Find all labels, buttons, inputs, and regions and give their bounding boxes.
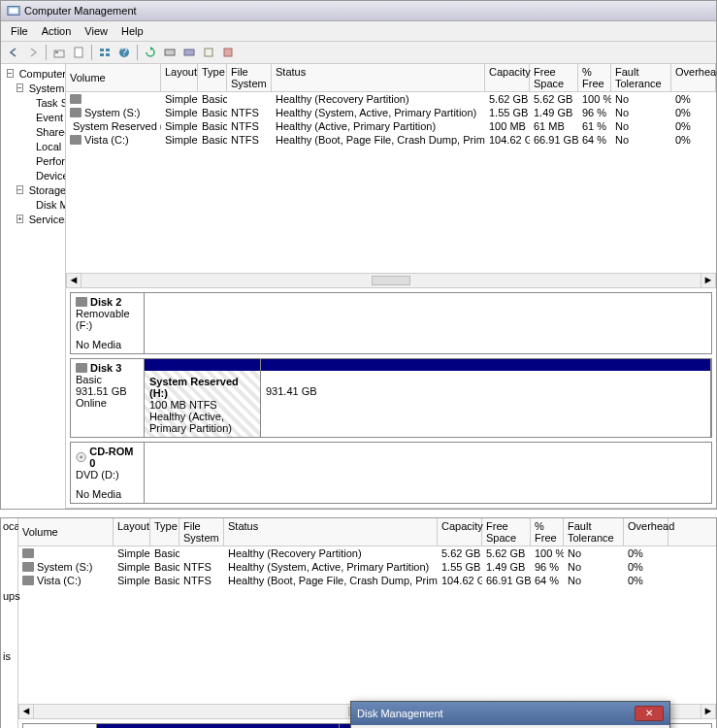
volume-row[interactable]: Vista (C:)SimpleBasicNTFSHealthy (Boot, … — [18, 574, 716, 587]
volume-icon — [70, 108, 81, 117]
volume-list[interactable]: Volume Layout Type File System Status Ca… — [18, 518, 716, 587]
toolbar: ? — [1, 42, 716, 64]
col-type[interactable]: Type — [198, 64, 227, 91]
disk-label: Disk 3 Basic 931.51 GB Online — [71, 359, 145, 437]
col-pctfree[interactable]: % Free — [578, 64, 611, 91]
tool-button-4[interactable] — [219, 44, 237, 61]
scroll-thumb[interactable] — [372, 276, 410, 285]
properties-button[interactable] — [70, 44, 87, 61]
tool-button-2[interactable] — [180, 44, 198, 61]
scroll-left-icon[interactable]: ◄ — [66, 274, 81, 287]
removable-icon — [76, 297, 87, 307]
col-type[interactable]: Type — [150, 518, 179, 546]
svg-rect-8 — [106, 53, 110, 56]
disk-2-block[interactable]: Disk 2 Removable (F:) No Media — [70, 292, 712, 354]
tree-disk-management[interactable]: Disk Management — [3, 197, 63, 212]
partition-system-reserved[interactable]: System Reserved (H:) 100 MB NTFS Healthy… — [145, 359, 261, 437]
volume-row[interactable]: SimpleBasicHealthy (Recovery Partition)5… — [18, 546, 716, 560]
col-fault[interactable]: Fault Tolerance — [611, 64, 671, 91]
svg-rect-4 — [75, 48, 82, 57]
back-button[interactable] — [5, 44, 22, 61]
menu-file[interactable]: File — [5, 23, 34, 39]
col-freespace[interactable]: Free Space — [530, 64, 578, 91]
error-dialog: Disk Management ✕ ✕ The operation failed… — [350, 701, 670, 728]
tree-system-tools[interactable]: −System Tools — [3, 81, 63, 95]
col-status[interactable]: Status — [272, 64, 485, 91]
disk-empty — [145, 443, 711, 503]
volume-list[interactable]: Volume Layout Type File System Status Ca… — [66, 64, 716, 147]
volume-row[interactable]: System Reserved (H:)SimpleBasicNTFSHealt… — [66, 119, 716, 133]
collapse-icon[interactable]: − — [7, 69, 14, 78]
volume-name: System (S:) — [84, 107, 140, 118]
tree-task-scheduler[interactable]: Task Scheduler — [3, 95, 63, 110]
up-button[interactable] — [50, 44, 68, 61]
close-button[interactable]: ✕ — [635, 706, 664, 721]
col-filesystem[interactable]: File System — [227, 64, 272, 91]
scroll-right-icon[interactable]: ► — [701, 274, 716, 287]
col-filesystem[interactable]: File System — [179, 518, 224, 546]
tree-local-users[interactable]: Local Users and Groups — [3, 139, 63, 153]
menu-bar: File Action View Help — [1, 21, 716, 42]
tree-services-apps[interactable]: +Services and Applications — [3, 212, 63, 226]
partition-unallocated[interactable]: 931.41 GB — [261, 359, 711, 437]
partition-recovery[interactable]: 5.62 GB Healthy (Recovery Partition) — [97, 724, 340, 728]
tree-shared-folders[interactable]: Shared Folders — [3, 124, 63, 139]
tree-event-viewer[interactable]: Event Viewer — [3, 110, 63, 124]
menu-help[interactable]: Help — [115, 23, 149, 39]
volume-icon — [22, 548, 34, 558]
volume-name: System (S:) — [37, 561, 92, 573]
col-status[interactable]: Status — [224, 518, 438, 546]
tool-button-1[interactable] — [161, 44, 179, 61]
col-overhead[interactable]: Overhead — [624, 518, 668, 546]
tree-storage[interactable]: −Storage — [3, 182, 63, 197]
col-layout[interactable]: Layout — [161, 64, 198, 91]
tree-performance[interactable]: Performance — [3, 153, 63, 168]
volume-row[interactable]: Vista (C:)SimpleBasicNTFSHealthy (Boot, … — [66, 133, 716, 147]
tool-button-3[interactable] — [200, 44, 217, 61]
disk-3-block[interactable]: Disk 3 Basic 931.51 GB Online System Res… — [70, 358, 712, 438]
dialog-title-bar[interactable]: Disk Management ✕ — [351, 702, 669, 725]
help-button[interactable]: ? — [115, 44, 133, 61]
col-volume[interactable]: Volume — [66, 64, 161, 91]
col-capacity[interactable]: Capacity — [485, 64, 530, 91]
disk-label: CD-ROM 0 DVD (D:) No Media — [71, 443, 145, 503]
collapse-icon[interactable]: − — [16, 185, 23, 194]
scroll-left-icon[interactable]: ◄ — [18, 705, 34, 718]
volume-row[interactable]: System (S:)SimpleBasicNTFSHealthy (Syste… — [18, 560, 716, 574]
nav-tree[interactable]: −Computer Management (Local −System Tool… — [1, 64, 66, 509]
col-fault[interactable]: Fault Tolerance — [564, 518, 624, 546]
cdrom-0-block[interactable]: CD-ROM 0 DVD (D:) No Media — [70, 442, 712, 504]
svg-rect-14 — [224, 49, 232, 56]
svg-rect-12 — [184, 50, 194, 55]
svg-rect-5 — [100, 49, 104, 51]
disk-label: Disk 2 Removable (F:) No Media — [71, 293, 145, 353]
scroll-right-icon[interactable]: ► — [701, 705, 716, 718]
volume-icon — [70, 94, 81, 104]
svg-rect-6 — [106, 49, 110, 51]
refresh-button[interactable] — [142, 44, 159, 61]
expand-icon[interactable]: + — [16, 215, 23, 223]
menu-view[interactable]: View — [79, 23, 114, 39]
svg-text:?: ? — [121, 47, 127, 57]
view-button[interactable] — [96, 44, 114, 61]
volume-header[interactable]: Volume Layout Type File System Status Ca… — [66, 64, 716, 92]
forward-button[interactable] — [24, 44, 42, 61]
volume-icon — [22, 576, 34, 585]
col-volume[interactable]: Volume — [18, 518, 114, 546]
svg-point-26 — [80, 456, 82, 459]
col-pctfree[interactable]: % Free — [531, 518, 564, 546]
computer-management-window: Computer Management File Action View Hel… — [0, 0, 717, 510]
col-freespace[interactable]: Free Space — [482, 518, 531, 546]
tree-device-manager[interactable]: Device Manager — [3, 168, 63, 182]
tree-root[interactable]: −Computer Management (Local — [3, 66, 63, 81]
menu-action[interactable]: Action — [36, 23, 78, 39]
col-capacity[interactable]: Capacity — [438, 518, 482, 546]
col-overhead[interactable]: Overhead — [671, 64, 716, 91]
title-bar[interactable]: Computer Management — [1, 1, 716, 21]
col-layout[interactable]: Layout — [114, 518, 150, 546]
volume-row[interactable]: SimpleBasicHealthy (Recovery Partition)5… — [66, 92, 716, 106]
collapse-icon[interactable]: − — [16, 83, 23, 92]
volume-row[interactable]: System (S:)SimpleBasicNTFSHealthy (Syste… — [66, 106, 716, 119]
horizontal-scrollbar[interactable]: ◄► — [66, 273, 716, 288]
volume-header[interactable]: Volume Layout Type File System Status Ca… — [18, 518, 716, 546]
